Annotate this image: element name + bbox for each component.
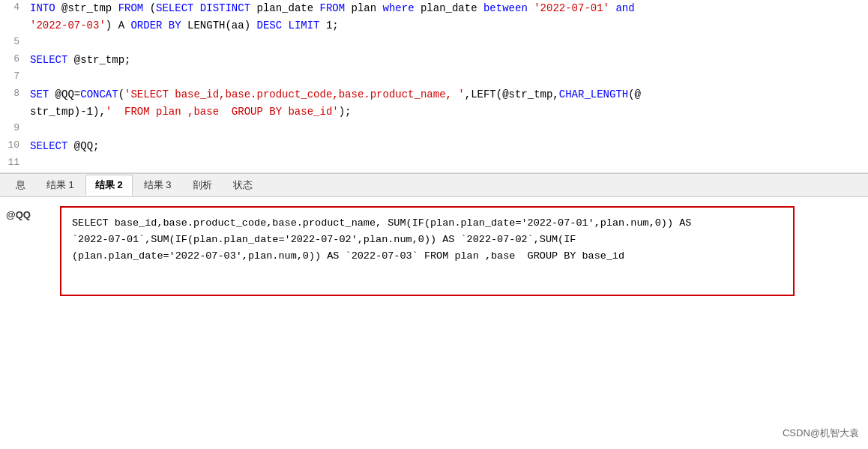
result-label: @QQ xyxy=(0,203,60,341)
line-num-7: 7 xyxy=(0,70,27,82)
tab-result2[interactable]: 结果 2 xyxy=(85,175,133,196)
line-content-11 xyxy=(27,156,868,172)
result-content-col: SELECT base_id,base.product_code,base.pr… xyxy=(60,203,868,341)
line-num-6: 6 xyxy=(0,52,27,64)
line-num-11: 11 xyxy=(0,156,27,168)
tab-status[interactable]: 状态 xyxy=(223,175,262,196)
code-line-5: 5 xyxy=(0,34,868,52)
tab-info[interactable]: 息 xyxy=(6,175,35,196)
tab-parse[interactable]: 剖析 xyxy=(183,175,222,196)
line-content-7 xyxy=(27,70,868,85)
line-num-8b xyxy=(0,104,27,105)
result-box: SELECT base_id,base.product_code,base.pr… xyxy=(60,206,795,296)
line-num-8: 8 xyxy=(0,87,27,99)
code-line-8: 8 SET @QQ=CONCAT('SELECT base_id,base.pr… xyxy=(0,86,868,103)
line-content-9 xyxy=(27,121,868,137)
line-num-10: 10 xyxy=(0,139,27,151)
line-num-4: 4 xyxy=(0,1,27,13)
tab-result1[interactable]: 结果 1 xyxy=(37,175,84,196)
line-num-4b xyxy=(0,18,27,19)
line-num-9: 9 xyxy=(0,121,27,133)
tabs-bar: 息 结果 1 结果 2 结果 3 剖析 状态 xyxy=(0,173,868,197)
code-line-6: 6 SELECT @str_tmp; xyxy=(0,52,868,69)
code-line-10: 10 SELECT @QQ; xyxy=(0,138,868,155)
watermark: CSDN@机智大袁 xyxy=(783,427,859,440)
line-content-6: SELECT @str_tmp; xyxy=(27,52,868,68)
line-content-4b: '2022-07-03') A ORDER BY LENGTH(aa) DESC… xyxy=(27,18,868,34)
main-container: 4 INTO @str_tmp FROM (SELECT DISTINCT pl… xyxy=(0,0,868,449)
code-line-4: 4 INTO @str_tmp FROM (SELECT DISTINCT pl… xyxy=(0,0,868,17)
code-line-4b: '2022-07-03') A ORDER BY LENGTH(aa) DESC… xyxy=(0,17,868,34)
code-line-9: 9 xyxy=(0,121,868,138)
line-content-8b: str_tmp)-1),' FROM plan ,base GROUP BY b… xyxy=(27,104,868,120)
code-line-8b: str_tmp)-1),' FROM plan ,base GROUP BY b… xyxy=(0,103,868,121)
tab-result3[interactable]: 结果 3 xyxy=(134,175,181,196)
line-content-8: SET @QQ=CONCAT('SELECT base_id,base.prod… xyxy=(27,87,868,103)
results-area: @QQ SELECT base_id,base.product_code,bas… xyxy=(0,197,868,347)
code-line-7: 7 xyxy=(0,69,868,86)
line-content-10: SELECT @QQ; xyxy=(27,139,868,154)
code-area: 4 INTO @str_tmp FROM (SELECT DISTINCT pl… xyxy=(0,0,868,173)
code-line-11: 11 xyxy=(0,155,868,172)
line-content-5 xyxy=(27,35,868,51)
line-num-5: 5 xyxy=(0,35,27,47)
line-content-4: INTO @str_tmp FROM (SELECT DISTINCT plan… xyxy=(27,1,868,16)
